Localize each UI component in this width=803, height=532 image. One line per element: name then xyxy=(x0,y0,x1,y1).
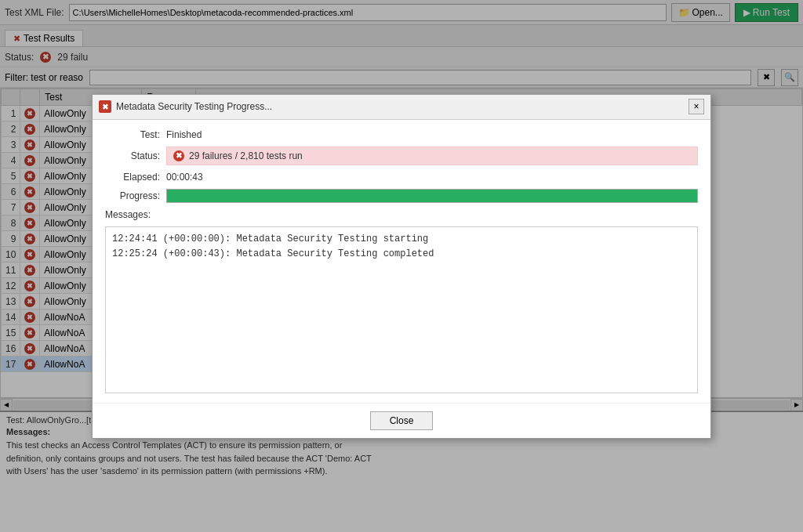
modal-status-box: ✖ 29 failures / 2,810 tests run xyxy=(166,147,698,165)
modal-test-label: Test: xyxy=(105,129,160,140)
modal-status-row: Status: ✖ 29 failures / 2,810 tests run xyxy=(105,147,698,165)
modal-elapsed-row: Elapsed: 00:00:43 xyxy=(105,172,698,183)
progress-bar-fill xyxy=(167,190,697,202)
modal-title-icon: ✖ xyxy=(99,100,111,113)
modal-progress-row: Progress: xyxy=(105,189,698,203)
modal-test-row: Test: Finished xyxy=(105,129,698,140)
modal-status-error-icon: ✖ xyxy=(173,150,184,161)
modal-overlay: ✖ Metadata Security Testing Progress... … xyxy=(0,0,803,532)
modal-title: Metadata Security Testing Progress... xyxy=(116,101,689,112)
modal-elapsed-value: 00:00:43 xyxy=(166,172,203,183)
progress-modal: ✖ Metadata Security Testing Progress... … xyxy=(92,94,711,439)
modal-body: Test: Finished Status: ✖ 29 failures / 2… xyxy=(93,120,710,403)
progress-bar-container xyxy=(166,189,698,203)
modal-elapsed-label: Elapsed: xyxy=(105,172,160,183)
modal-titlebar: ✖ Metadata Security Testing Progress... … xyxy=(93,95,710,120)
modal-status-text: 29 failures / 2,810 tests run xyxy=(189,150,303,161)
modal-message-line: 12:25:24 (+00:00:43): Metadata Security … xyxy=(112,247,691,262)
modal-status-label: Status: xyxy=(105,150,160,161)
modal-messages-label: Messages: xyxy=(105,209,698,220)
modal-close-button[interactable]: Close xyxy=(370,411,434,430)
modal-close-icon-button[interactable]: × xyxy=(689,99,704,114)
modal-footer: Close xyxy=(93,403,710,438)
modal-test-value: Finished xyxy=(166,129,202,140)
modal-progress-label: Progress: xyxy=(105,190,160,201)
modal-messages-box: 12:24:41 (+00:00:00): Metadata Security … xyxy=(105,226,698,393)
modal-message-line: 12:24:41 (+00:00:00): Metadata Security … xyxy=(112,232,691,247)
